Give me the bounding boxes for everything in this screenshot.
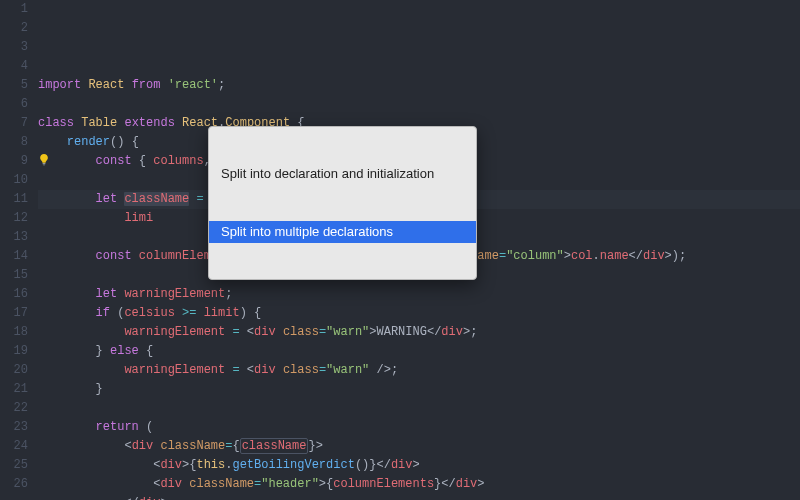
line-number: 19	[0, 342, 28, 361]
selected-token: className	[124, 192, 189, 206]
line-number: 16	[0, 285, 28, 304]
line-number: 5	[0, 76, 28, 95]
intention-action-item[interactable]: Split into declaration and initializatio…	[209, 163, 476, 185]
code-line[interactable]: </div>	[38, 494, 800, 500]
line-number-gutter: 1234567891011121314151617181920212223242…	[0, 0, 38, 500]
line-number: 22	[0, 399, 28, 418]
line-number: 20	[0, 361, 28, 380]
line-number: 2	[0, 19, 28, 38]
code-line[interactable]: }	[38, 380, 800, 399]
code-line[interactable]: return (	[38, 418, 800, 437]
svg-rect-0	[42, 163, 45, 164]
line-number: 21	[0, 380, 28, 399]
line-number: 6	[0, 95, 28, 114]
code-line[interactable]: if (celsius >= limit) {	[38, 304, 800, 323]
code-line[interactable]: <div>{this.getBoilingVerdict()}</div>	[38, 456, 800, 475]
line-number: 14	[0, 247, 28, 266]
code-line[interactable]	[38, 95, 800, 114]
line-number: 13	[0, 228, 28, 247]
code-line[interactable]: let warningElement;	[38, 285, 800, 304]
line-number: 4	[0, 57, 28, 76]
code-line[interactable]: warningElement = <div class="warn">WARNI…	[38, 323, 800, 342]
line-number: 3	[0, 38, 28, 57]
intention-action-item-selected[interactable]: Split into multiple declarations	[209, 221, 476, 243]
code-line[interactable]: warningElement = <div class="warn" />;	[38, 361, 800, 380]
intention-bulb-icon[interactable]	[37, 115, 51, 129]
code-area[interactable]: import React from 'react';class Table ex…	[38, 0, 800, 500]
line-number: 11	[0, 190, 28, 209]
line-number: 25	[0, 456, 28, 475]
svg-rect-1	[43, 164, 46, 165]
line-number: 26	[0, 475, 28, 494]
line-number: 10	[0, 171, 28, 190]
code-line[interactable]: <div className={className}>	[38, 437, 800, 456]
line-number: 8	[0, 133, 28, 152]
intention-actions-popup[interactable]: Split into declaration and initializatio…	[208, 126, 477, 280]
line-number: 23	[0, 418, 28, 437]
line-number: 17	[0, 304, 28, 323]
code-line[interactable]: import React from 'react';	[38, 76, 800, 95]
line-number: 9	[0, 152, 28, 171]
line-number: 18	[0, 323, 28, 342]
line-number: 1	[0, 0, 28, 19]
code-line[interactable]: <div className="header">{columnElements}…	[38, 475, 800, 494]
code-editor[interactable]: 1234567891011121314151617181920212223242…	[0, 0, 800, 500]
line-number: 15	[0, 266, 28, 285]
line-number: 24	[0, 437, 28, 456]
line-number: 7	[0, 114, 28, 133]
code-line[interactable]: } else {	[38, 342, 800, 361]
code-line[interactable]	[38, 399, 800, 418]
line-number: 12	[0, 209, 28, 228]
